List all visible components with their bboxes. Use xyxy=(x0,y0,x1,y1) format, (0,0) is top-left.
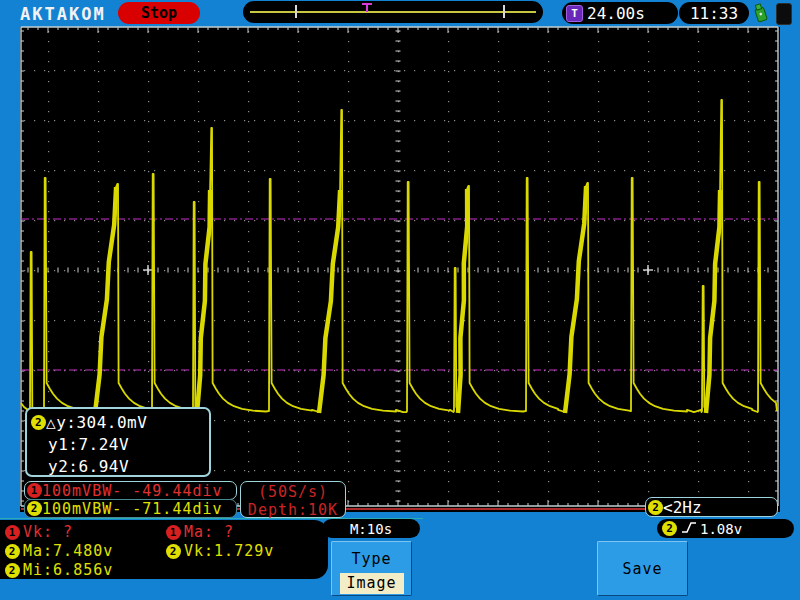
rising-edge-icon xyxy=(681,521,697,537)
usb-icon xyxy=(752,3,770,28)
save-label: Save xyxy=(622,560,662,578)
trigger-time-value: 24.00s xyxy=(587,4,645,23)
trigger-level-value: 1.08v xyxy=(700,521,742,537)
meas-value: Ma: ? xyxy=(184,523,234,541)
cursor-delta-row: 2 △y:304.0mV xyxy=(31,411,209,433)
timebase-pill: M:10s xyxy=(322,519,420,538)
meas-value: Vk:1.729v xyxy=(184,542,274,560)
cursor-y2-value: y2:6.94V xyxy=(48,457,129,476)
ch2-scale-box: 2 100mVBW- -71.44div xyxy=(24,499,237,518)
meas-ch1-ma: 1 Ma: ? xyxy=(166,524,234,540)
brand-logo: AKTAKOM xyxy=(20,4,106,24)
channel-1-badge: 1 xyxy=(5,525,20,540)
measurements-panel: 1 Vk: ? 1 Ma: ? 2 Ma:7.480v 2 Vk:1.729v … xyxy=(0,520,328,579)
channel-2-badge: 2 xyxy=(166,544,181,559)
channel-2-badge: 2 xyxy=(5,563,20,578)
window-left-bracket xyxy=(295,5,297,18)
top-status-bar: AKTAKOM Stop T 24.00s 11:33 xyxy=(0,0,800,27)
trigger-frequency-value: <2Hz xyxy=(663,498,702,517)
channel-1-badge: 1 xyxy=(166,525,181,540)
memory-position-bar xyxy=(243,1,543,23)
window-right-bracket xyxy=(503,5,505,18)
cursor-y1-value: y1:7.24V xyxy=(48,435,129,454)
clock-pill: 11:33 xyxy=(679,2,749,24)
meas-value: Vk: ? xyxy=(23,523,73,541)
cursor-y1-row: y1:7.24V xyxy=(31,433,209,455)
ch1-scale-text: 100mVBW- -49.44div xyxy=(42,482,223,500)
cursor-delta-value: △y:304.0mV xyxy=(46,413,147,432)
trigger-time-pill: T 24.00s xyxy=(562,2,678,24)
channel-2-badge: 2 xyxy=(648,500,663,515)
type-value-image[interactable]: Image xyxy=(340,573,404,594)
oscilloscope-screen: AKTAKOM Stop T 24.00s 11:33 xyxy=(0,0,800,600)
meas-ch2-vk: 2 Vk:1.729v xyxy=(166,543,274,559)
type-softkey-button[interactable]: Type Image xyxy=(331,541,412,596)
acquisition-info-box: (50S/s) Depth:10K xyxy=(240,481,346,518)
memory-line xyxy=(250,11,536,13)
battery-icon xyxy=(776,3,792,25)
trigger-level-pill: 2 1.08v xyxy=(657,519,794,538)
trigger-position-marker xyxy=(362,3,372,12)
sample-rate: (50S/s) xyxy=(241,483,345,501)
meas-value: Ma:7.480v xyxy=(23,542,113,560)
cursor-y2-row: y2:6.94V xyxy=(31,455,209,477)
run-state-label: Stop xyxy=(141,4,177,22)
meas-value: Mi:6.856v xyxy=(23,561,113,579)
ch2-scale-text: 100mVBW- -71.44div xyxy=(42,500,223,518)
channel-2-badge: 2 xyxy=(27,501,42,516)
trigger-t-icon: T xyxy=(566,5,583,22)
meas-ch2-mi: 2 Mi:6.856v xyxy=(5,562,113,578)
cursor-measure-box: 2 △y:304.0mV y1:7.24V y2:6.94V xyxy=(25,407,211,477)
memory-depth: Depth:10K xyxy=(241,501,345,519)
channel-2-badge: 2 xyxy=(5,544,20,559)
save-button[interactable]: Save xyxy=(597,541,688,596)
channel-2-badge: 2 xyxy=(662,521,677,536)
channel-1-badge: 1 xyxy=(27,483,42,498)
timebase-value: M:10s xyxy=(350,521,392,537)
run-state-badge: Stop xyxy=(118,2,200,24)
meas-ch1-vk: 1 Vk: ? xyxy=(5,524,73,540)
type-label: Type xyxy=(332,550,411,568)
meas-ch2-ma: 2 Ma:7.480v xyxy=(5,543,113,559)
bottom-bar: 1 Vk: ? 1 Ma: ? 2 Ma:7.480v 2 Vk:1.729v … xyxy=(0,512,800,600)
channel-2-badge: 2 xyxy=(31,415,46,430)
ch1-scale-box: 1 100mVBW- -49.44div xyxy=(24,481,237,500)
clock-value: 11:33 xyxy=(690,4,738,23)
trigger-frequency-box: 2 <2Hz xyxy=(645,497,778,517)
